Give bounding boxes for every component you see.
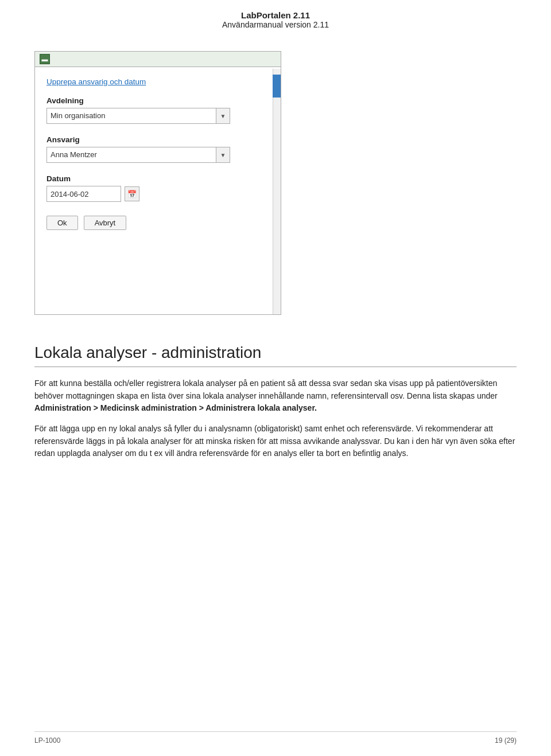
ansvarig-group: Ansvarig Anna Mentzer ▼ — [46, 135, 269, 163]
app-title: LabPortalen 2.11 — [0, 10, 551, 20]
ansvarig-label: Ansvarig — [46, 135, 269, 144]
avdelning-dropdown-arrow[interactable]: ▼ — [216, 108, 230, 123]
calendar-icon[interactable]: 📅 — [125, 186, 139, 201]
section-heading: Lokala analyser - administration — [34, 338, 517, 362]
dialog-titlebar: ▬ — [35, 52, 281, 67]
ansvarig-dropdown-arrow[interactable]: ▼ — [216, 147, 230, 162]
cancel-button[interactable]: Avbryt — [84, 216, 127, 230]
datum-group: Datum 2014-06-02 📅 — [46, 174, 269, 202]
dialog-box: ▬ Upprepa ansvarig och datum Avdelning M… — [34, 51, 281, 315]
page-footer: LP-1000 19 (29) — [34, 731, 517, 745]
app-subtitle: Användarmanual version 2.11 — [0, 20, 551, 29]
scrollbar-thumb — [273, 75, 281, 98]
avdelning-select[interactable]: Min organisation ▼ — [46, 108, 230, 124]
dialog-content: Upprepa ansvarig och datum Avdelning Min… — [35, 67, 281, 241]
repeat-responsible-link[interactable]: Upprepa ansvarig och datum — [46, 77, 146, 86]
footer-doc-id: LP-1000 — [34, 736, 60, 745]
datum-value: 2014-06-02 — [51, 190, 89, 198]
footer-page-number: 19 (29) — [495, 736, 517, 745]
datum-input[interactable]: 2014-06-02 — [46, 186, 121, 202]
body-paragraph-2: För att lägga upp en ny lokal analys så … — [34, 423, 517, 460]
avdelning-value: Min organisation — [47, 108, 216, 124]
section-divider — [34, 367, 517, 367]
page-header: LabPortalen 2.11 Användarmanual version … — [0, 0, 551, 34]
ansvarig-value: Anna Mentzer — [47, 147, 216, 163]
ok-button[interactable]: Ok — [46, 216, 78, 230]
avdelning-label: Avdelning — [46, 96, 269, 105]
dialog-area: ▬ Upprepa ansvarig och datum Avdelning M… — [0, 34, 551, 332]
ansvarig-select[interactable]: Anna Mentzer ▼ — [46, 147, 230, 163]
scrollbar — [273, 69, 281, 314]
dialog-icon: ▬ — [40, 54, 50, 64]
datum-label: Datum — [46, 174, 269, 183]
datum-wrapper: 2014-06-02 📅 — [46, 186, 269, 202]
bold-admin-path: Administration > Medicinsk administratio… — [34, 403, 317, 412]
avdelning-group: Avdelning Min organisation ▼ — [46, 96, 269, 124]
body-paragraph-1: För att kunna beställa och/eller registr… — [34, 377, 517, 415]
dialog-buttons: Ok Avbryt — [46, 216, 269, 230]
